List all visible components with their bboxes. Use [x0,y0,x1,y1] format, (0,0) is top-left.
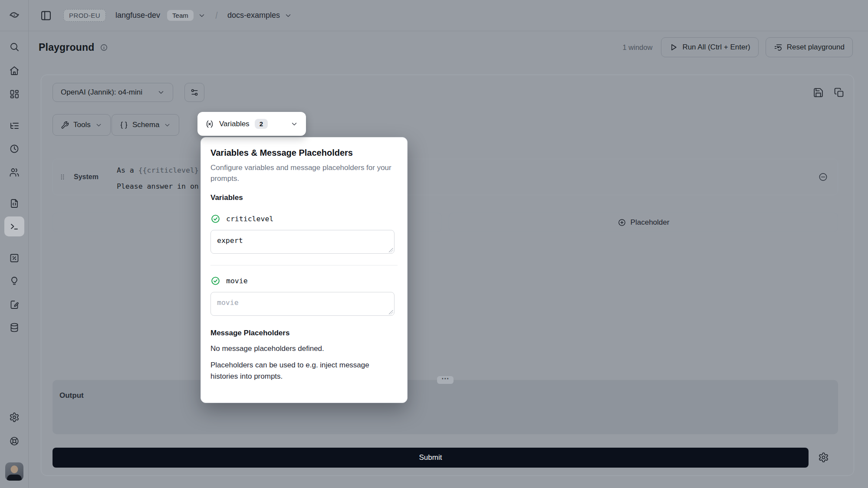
variable-value-input[interactable]: expert [210,230,395,254]
sliders-icon [190,88,199,97]
braces-icon [120,121,128,129]
sidebar-item-support[interactable] [4,431,24,451]
list-tree-icon [9,121,20,131]
variable-icon [205,120,214,128]
sidebar-item-tracing[interactable] [4,116,24,136]
submit-settings-gear-icon[interactable] [818,452,829,463]
copy-icon[interactable] [834,87,845,98]
placeholders-hint-text: Placeholders can be used to e.g. inject … [210,360,398,382]
breadcrumb-separator: / [215,10,217,21]
clipboard-pen-icon [9,299,20,310]
tools-label: Tools [73,121,91,129]
environment-badge: PROD-EU [63,9,106,22]
variable-name: movie [226,277,248,285]
model-settings-button[interactable] [184,83,204,102]
plus-circle-icon [618,218,626,227]
reset-playground-label: Reset playground [787,43,845,52]
save-icon[interactable] [813,87,824,98]
header-divider [0,31,868,31]
window-count: 1 window [623,43,653,52]
list-restart-icon [774,43,783,52]
wrench-icon [61,121,69,129]
model-chevron-down-icon [157,88,165,96]
tools-chevron-down-icon [95,121,102,129]
langfuse-logo [8,9,20,21]
sidebar-item-evaluation[interactable] [4,248,24,268]
home-icon [9,66,20,76]
org-name[interactable]: langfuse-dev [115,11,160,20]
sidebar-item-settings[interactable] [4,407,24,427]
remove-message-icon[interactable] [818,172,828,182]
sidebar-item-users[interactable] [4,162,24,182]
dashboard-icon [9,89,20,99]
popover-description: Configure variables and message placehol… [210,162,398,184]
system-message-row[interactable]: System As a {{criticlevel} Please answer… [53,159,838,195]
popover-divider [210,265,398,265]
run-all-button[interactable]: Run All (Ctrl + Enter) [661,37,758,57]
sidebar-item-playground[interactable] [4,216,24,236]
output-label: Output [59,391,84,400]
sidebar-item-insights[interactable] [4,271,24,291]
terminal-icon [9,221,20,232]
project-chevron-down-icon[interactable] [284,12,292,20]
database-icon [9,322,20,333]
variable-row: criticlevel [210,214,398,224]
sidebar [0,0,29,488]
search-icon [9,42,20,52]
schema-label: Schema [132,121,159,129]
check-circle-icon [210,214,220,224]
sidebar-item-sessions[interactable] [4,139,24,159]
variables-label: Variables [219,120,250,128]
sidebar-item-annotation[interactable] [4,295,24,314]
breadcrumb: PROD-EU langfuse-dev Team / docs-example… [29,0,868,31]
submit-button[interactable]: Submit [53,448,809,468]
drag-grip-icon[interactable] [59,172,66,182]
resize-handle[interactable]: ⋯ [437,376,454,384]
variables-section-heading: Variables [210,193,398,202]
variable-row: movie [210,276,398,286]
variables-popover: Variables & Message Placeholders Configu… [201,137,408,403]
message-role-label[interactable]: System [74,173,99,181]
run-all-label: Run All (Ctrl + Enter) [682,43,750,52]
add-placeholder-label: Placeholder [631,218,670,227]
variables-count-badge: 2 [255,119,268,129]
template-variable: {{criticlevel} [138,166,199,174]
output-panel: ⋯ Output [53,380,838,434]
variables-dropdown[interactable]: Variables 2 [197,112,306,136]
sidebar-item-datasets[interactable] [4,318,24,337]
placeholders-section-heading: Message Placeholders [210,329,398,337]
page-title: Playground [39,42,95,53]
add-placeholder-button[interactable]: Placeholder [449,213,838,232]
tools-dropdown[interactable]: Tools [53,114,111,136]
org-chevron-down-icon[interactable] [198,12,206,20]
play-icon [669,43,678,52]
file-code-icon [9,198,20,209]
avatar-shoulders [7,475,22,481]
sidebar-item-dashboards[interactable] [4,84,24,104]
placeholders-empty-text: No message placeholders defined. [210,344,398,353]
system-message-line2[interactable]: Please answer in on [117,182,199,190]
model-selector[interactable]: OpenAI (Jannik): o4-mini [53,83,173,102]
clock-icon [9,144,20,154]
gear-icon [9,412,20,422]
variable-name: criticlevel [226,215,273,223]
sidebar-item-search[interactable] [4,37,24,57]
reset-playground-button[interactable]: Reset playground [766,37,853,57]
info-icon[interactable] [100,43,108,52]
variable-value-input[interactable] [210,292,395,316]
variables-chevron-down-icon [290,120,298,128]
lightbulb-icon [9,276,20,286]
percent-square-icon [9,253,20,263]
schema-dropdown[interactable]: Schema [112,114,179,136]
sidebar-toggle-icon[interactable] [40,10,52,22]
sidebar-item-home[interactable] [4,61,24,81]
sidebar-item-prompts[interactable] [4,193,24,213]
system-message-line1[interactable]: As a {{criticlevel} [117,166,199,174]
user-avatar[interactable] [5,462,23,481]
users-icon [9,167,20,177]
lifebuoy-icon [9,436,20,446]
project-name[interactable]: docs-examples [227,11,280,20]
model-selector-label: OpenAI (Jannik): o4-mini [61,88,153,97]
avatar-face [10,465,18,473]
popover-title: Variables & Message Placeholders [210,148,398,158]
